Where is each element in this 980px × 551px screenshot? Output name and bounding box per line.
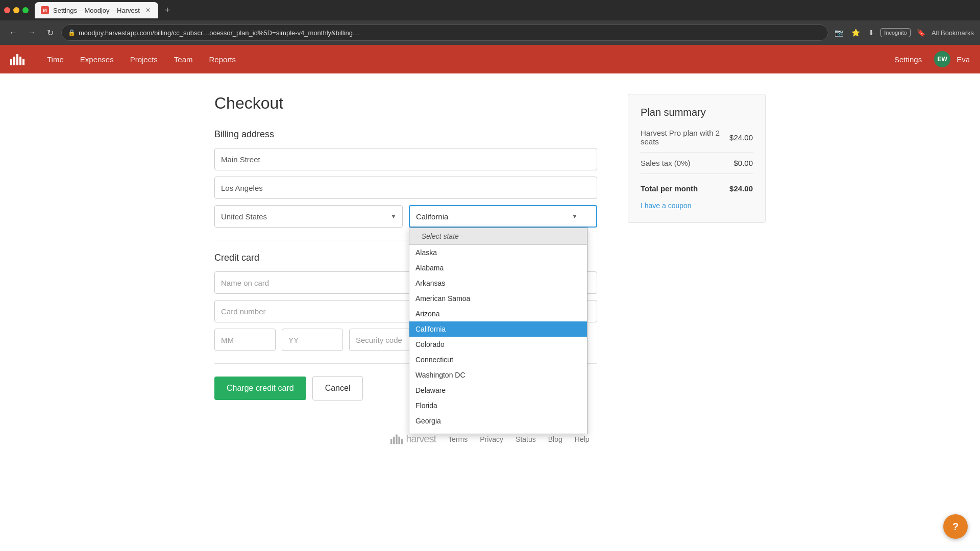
state-option-alaska[interactable]: Alaska <box>409 245 587 260</box>
footer-privacy[interactable]: Privacy <box>480 435 503 443</box>
nav-right: Settings EW Eva <box>888 51 970 67</box>
state-option-connecticut[interactable]: Connecticut <box>409 352 587 367</box>
charge-button[interactable]: Charge credit card <box>214 377 306 400</box>
nav-avatar: EW <box>934 51 950 67</box>
state-option-california[interactable]: California <box>409 321 587 337</box>
checkout-right: Plan summary Harvest Pro plan with 2 sea… <box>628 94 766 400</box>
active-browser-tab[interactable]: M Settings – Moodjoy – Harvest ✕ <box>35 2 158 18</box>
url-text: moodjoy.harvestapp.com/billing/cc_subscr… <box>79 29 822 37</box>
state-dropdown: – Select state – Alaska Alabama Arkansas… <box>409 228 587 434</box>
footer-help[interactable]: Help <box>575 435 590 443</box>
tax-price: $0.00 <box>733 159 753 167</box>
footer-harvest-text: harvest <box>406 433 436 445</box>
browser-chrome: M Settings – Moodjoy – Harvest ✕ + ← → ↻… <box>0 0 980 45</box>
svg-rect-9 <box>401 439 403 444</box>
footer-status[interactable]: Status <box>516 435 536 443</box>
coupon-link[interactable]: I have a coupon <box>641 202 692 210</box>
svg-rect-1 <box>13 57 15 65</box>
download-icon[interactable]: ⬇ <box>866 27 876 39</box>
state-selected-value: California <box>416 212 448 221</box>
tab-favicon: M <box>41 6 49 14</box>
browser-actions: 📷 ⭐ ⬇ Incognito 🔖 All Bookmarks <box>832 27 974 39</box>
svg-rect-6 <box>394 436 395 444</box>
plan-summary-card: Plan summary Harvest Pro plan with 2 sea… <box>628 94 766 223</box>
nav-item-team[interactable]: Team <box>166 45 201 73</box>
nav-item-time[interactable]: Time <box>39 45 72 73</box>
maximize-dot[interactable] <box>22 7 29 13</box>
footer-terms[interactable]: Terms <box>448 435 468 443</box>
state-dropdown-list: Alaska Alabama Arkansas American Samoa A… <box>409 245 587 434</box>
new-tab-button[interactable]: + <box>160 3 175 17</box>
expiry-month-input[interactable] <box>214 329 276 351</box>
tab-title: Settings – Moodjoy – Harvest <box>53 7 140 14</box>
svg-rect-5 <box>390 439 392 444</box>
nav-item-reports[interactable]: Reports <box>201 45 244 73</box>
billing-section-title: Billing address <box>214 129 597 140</box>
all-bookmarks-icon[interactable]: 🔖 <box>915 27 927 39</box>
cancel-button[interactable]: Cancel <box>312 376 363 400</box>
page-title: Checkout <box>214 94 597 113</box>
state-option-guam[interactable]: Guam <box>409 429 587 434</box>
tax-label: Sales tax (0%) <box>641 159 691 167</box>
nav-settings[interactable]: Settings <box>888 55 928 64</box>
close-dot[interactable] <box>4 7 10 13</box>
page-content: Checkout Billing address United States ▼ <box>184 73 796 421</box>
state-option-arizona[interactable]: Arizona <box>409 306 587 321</box>
street-input[interactable] <box>214 148 597 170</box>
svg-rect-0 <box>10 59 12 65</box>
state-select-display[interactable]: California ▼ <box>409 205 597 228</box>
help-button[interactable]: ? <box>943 514 968 539</box>
street-row <box>214 148 597 170</box>
plan-label: Harvest Pro plan with 2 seats <box>641 129 729 146</box>
country-select[interactable]: United States <box>214 205 403 228</box>
state-select-wrapper: California ▼ – Select state – Alaska Ala… <box>409 205 597 228</box>
state-option-colorado[interactable]: Colorado <box>409 337 587 352</box>
state-option-american-samoa[interactable]: American Samoa <box>409 291 587 306</box>
svg-rect-7 <box>396 434 398 444</box>
all-bookmarks-label: All Bookmarks <box>932 29 974 37</box>
city-row <box>214 177 597 199</box>
nav-username: Eva <box>957 55 970 64</box>
checkout-form: Checkout Billing address United States ▼ <box>214 94 597 400</box>
city-input[interactable] <box>214 177 597 199</box>
forward-button[interactable]: → <box>24 26 39 40</box>
state-dropdown-placeholder[interactable]: – Select state – <box>409 228 587 245</box>
state-option-alabama[interactable]: Alabama <box>409 260 587 276</box>
window-controls <box>4 7 29 13</box>
country-state-row: United States ▼ California ▼ – Select st… <box>214 205 597 228</box>
incognito-badge: Incognito <box>880 28 911 37</box>
minimize-dot[interactable] <box>13 7 19 13</box>
total-label: Total per month <box>641 184 698 193</box>
lock-icon: 🔒 <box>68 29 76 36</box>
state-option-florida[interactable]: Florida <box>409 398 587 413</box>
nav-item-expenses[interactable]: Expenses <box>72 45 122 73</box>
app-container: Time Expenses Projects Team Reports Sett… <box>0 45 980 551</box>
back-button[interactable]: ← <box>6 26 20 40</box>
screenshot-icon[interactable]: 📷 <box>832 27 845 39</box>
footer-logo: harvest <box>390 433 436 445</box>
bookmark-icon[interactable]: ⭐ <box>849 27 862 39</box>
footer-blog[interactable]: Blog <box>548 435 562 443</box>
reload-button[interactable]: ↻ <box>43 26 57 40</box>
tax-row: Sales tax (0%) $0.00 <box>641 159 753 174</box>
state-option-delaware[interactable]: Delaware <box>409 383 587 398</box>
browser-addressbar: ← → ↻ 🔒 moodjoy.harvestapp.com/billing/c… <box>0 20 980 45</box>
plan-summary-title: Plan summary <box>641 107 753 118</box>
total-price: $24.00 <box>729 184 753 193</box>
expiry-year-input[interactable] <box>282 329 343 351</box>
state-option-georgia[interactable]: Georgia <box>409 413 587 429</box>
svg-rect-8 <box>399 436 400 444</box>
svg-rect-3 <box>19 57 21 65</box>
state-select-arrow: ▼ <box>572 213 578 220</box>
tab-close-button[interactable]: ✕ <box>144 6 152 14</box>
svg-rect-4 <box>22 59 24 65</box>
state-option-arkansas[interactable]: Arkansas <box>409 276 587 291</box>
total-row: Total per month $24.00 <box>641 180 753 193</box>
plan-row: Harvest Pro plan with 2 seats $24.00 <box>641 129 753 153</box>
address-bar[interactable]: 🔒 moodjoy.harvestapp.com/billing/cc_subs… <box>61 24 828 41</box>
plan-price: $24.00 <box>729 133 753 142</box>
nav-logo <box>10 53 27 66</box>
browser-tab-bar: M Settings – Moodjoy – Harvest ✕ + <box>0 0 980 20</box>
nav-item-projects[interactable]: Projects <box>122 45 166 73</box>
state-option-washington-dc[interactable]: Washington DC <box>409 367 587 383</box>
